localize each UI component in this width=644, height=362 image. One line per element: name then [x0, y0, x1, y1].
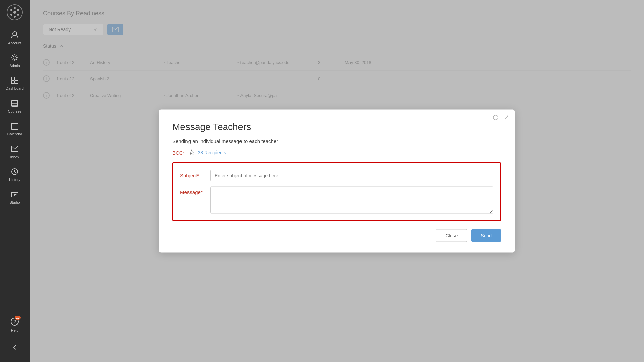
modal-bcc-label: BCC*	[172, 149, 185, 155]
sidebar-item-help-label: Help	[11, 328, 19, 333]
svg-rect-11	[15, 77, 18, 80]
svg-point-2	[14, 7, 16, 9]
sidebar-item-inbox-label: Inbox	[10, 155, 19, 159]
modal-top-icons	[493, 115, 509, 120]
collapse-icon	[11, 343, 19, 351]
recipients-link[interactable]: 38 Recipients	[198, 150, 226, 155]
sidebar-item-studio[interactable]: Studio	[1, 187, 28, 207]
svg-point-4	[17, 14, 19, 16]
message-teachers-modal: Message Teachers Sending an individual m…	[159, 110, 515, 253]
calendar-icon	[10, 121, 19, 131]
close-button[interactable]: Close	[436, 229, 468, 242]
modal-footer: Close Send	[172, 229, 501, 242]
modal-title: Message Teachers	[172, 122, 501, 132]
svg-marker-25	[14, 193, 17, 196]
svg-text:?: ?	[13, 319, 16, 324]
svg-rect-18	[11, 123, 18, 129]
sidebar-logo[interactable]	[6, 4, 23, 21]
sidebar-item-inbox[interactable]: Inbox	[1, 141, 28, 162]
svg-rect-10	[11, 77, 14, 80]
studio-icon	[10, 190, 19, 199]
sidebar-item-admin[interactable]: Admin	[1, 50, 28, 70]
courses-icon	[10, 99, 19, 108]
account-icon	[10, 30, 19, 40]
svg-point-5	[14, 16, 16, 18]
svg-point-9	[13, 56, 16, 59]
message-textarea[interactable]	[210, 187, 493, 214]
message-row: Message*	[180, 187, 493, 214]
sidebar-item-account[interactable]: Account	[1, 27, 28, 48]
message-label: Message*	[180, 187, 210, 195]
svg-point-29	[493, 115, 498, 120]
sidebar-item-courses[interactable]: Courses	[1, 96, 28, 116]
sidebar-item-dashboard-label: Dashboard	[6, 86, 24, 90]
subject-row: Subject*	[180, 170, 493, 181]
svg-point-1	[13, 11, 16, 14]
svg-point-7	[10, 9, 12, 11]
svg-point-6	[10, 14, 12, 16]
sidebar-item-studio-label: Studio	[9, 200, 20, 204]
modal-bcc-row: BCC* 38 Recipients	[172, 149, 501, 156]
history-icon	[10, 167, 19, 176]
sidebar-item-history-label: History	[9, 178, 20, 182]
svg-rect-12	[11, 81, 14, 84]
sidebar-item-help[interactable]: ? 10 Help	[1, 314, 28, 335]
sidebar-item-account-label: Account	[8, 41, 21, 45]
inbox-icon	[10, 144, 19, 154]
send-button[interactable]: Send	[471, 229, 501, 242]
subject-input[interactable]	[210, 170, 493, 181]
sidebar-item-calendar-label: Calendar	[7, 132, 22, 136]
sidebar-item-courses-label: Courses	[8, 109, 22, 113]
modal-expand-icon[interactable]	[504, 115, 509, 120]
sidebar-item-dashboard[interactable]: Dashboard	[1, 73, 28, 93]
subject-label: Subject*	[180, 170, 210, 178]
sidebar-collapse-button[interactable]	[5, 338, 24, 357]
main-content: Courses By Readiness Not Ready Status	[30, 0, 644, 362]
dashboard-icon	[10, 76, 19, 85]
modal-subtitle: Sending an individual message to each te…	[172, 138, 501, 144]
sidebar-item-admin-label: Admin	[9, 64, 20, 68]
svg-point-3	[17, 9, 19, 11]
sidebar-item-calendar[interactable]: Calendar	[1, 119, 28, 139]
help-badge-count: 10	[15, 316, 21, 320]
modal-minimize-icon[interactable]	[493, 115, 498, 120]
sidebar: Account Admin Dashboard Courses	[0, 0, 30, 362]
svg-rect-13	[15, 81, 18, 84]
pin-icon	[189, 149, 195, 156]
sidebar-item-history[interactable]: History	[1, 164, 28, 184]
admin-icon	[10, 53, 19, 62]
modal-form-section: Subject* Message*	[172, 162, 501, 221]
